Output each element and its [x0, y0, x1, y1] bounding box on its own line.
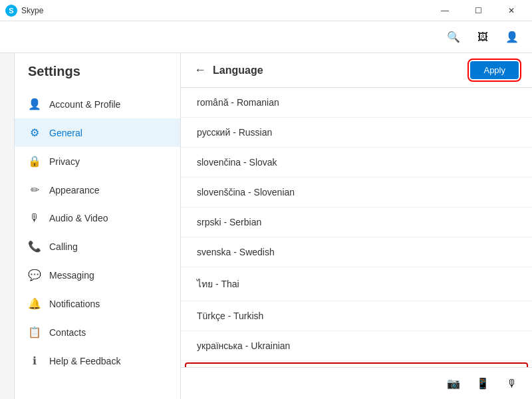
profile-button[interactable]: 👤 [500, 25, 524, 49]
skype-logo: S [5, 5, 17, 17]
sidebar-item-help[interactable]: ℹ Help & Feedback [15, 346, 180, 375]
settings-sidebar: Settings 👤 Account & Profile ⚙ General 🔒… [15, 53, 181, 399]
help-label: Help & Feedback [49, 356, 120, 366]
top-toolbar: 🔍 🖼 👤 [0, 21, 532, 53]
language-name: ไทย - Thai [197, 277, 239, 291]
language-name: română - Romanian [197, 97, 279, 108]
account-icon: 👤 [28, 98, 41, 110]
audio-video-label: Audio & Video [49, 213, 108, 223]
content-header-left: ← Language [194, 63, 263, 77]
general-icon: ⚙ [28, 126, 41, 139]
list-item[interactable]: українська - Ukrainian [181, 331, 532, 361]
help-icon: ℹ [28, 354, 41, 367]
maximize-button[interactable]: ☐ [463, 0, 493, 21]
back-button[interactable]: ← [194, 63, 206, 77]
search-button[interactable]: 🔍 [442, 25, 466, 49]
audio-video-icon: 🎙 [28, 212, 41, 224]
bottom-toolbar: 📷 📱 🎙 [181, 367, 532, 399]
sidebar-item-account[interactable]: 👤 Account & Profile [15, 90, 180, 118]
language-name: slovenčina - Slovak [197, 157, 277, 168]
notifications-label: Notifications [49, 299, 100, 309]
list-item[interactable]: Türkçe - Turkish [181, 301, 532, 331]
language-name: slovenščina - Slovenian [197, 187, 295, 198]
messaging-icon: 💬 [28, 269, 41, 281]
content-header: ← Language Apply [181, 53, 532, 88]
image-button[interactable]: 🖼 [471, 25, 495, 49]
selected-language-item[interactable]: ✓ Tiếng Việt - Vietnamese [185, 362, 528, 367]
content-area: ← Language Apply română - Romanian русск… [181, 53, 532, 399]
left-panel [0, 53, 15, 399]
sidebar-item-contacts[interactable]: 📋 Contacts [15, 318, 180, 346]
list-item[interactable]: română - Romanian [181, 88, 532, 118]
language-name: українська - Ukrainian [197, 340, 290, 351]
sidebar-item-audio-video[interactable]: 🎙 Audio & Video [15, 204, 180, 232]
calling-icon: 📞 [28, 240, 41, 253]
appearance-label: Appearance [49, 185, 100, 196]
sidebar-item-messaging[interactable]: 💬 Messaging [15, 261, 180, 289]
mic-button[interactable]: 🎙 [500, 372, 524, 396]
messaging-label: Messaging [49, 270, 94, 281]
list-item[interactable]: srpski - Serbian [181, 207, 532, 237]
list-item[interactable]: русский - Russian [181, 118, 532, 148]
apply-button[interactable]: Apply [470, 61, 519, 79]
close-button[interactable]: ✕ [496, 0, 527, 21]
sidebar-item-general[interactable]: ⚙ General [15, 118, 180, 147]
language-name: svenska - Swedish [197, 247, 275, 257]
language-name: русский - Russian [197, 127, 272, 138]
appearance-icon: ✏ [28, 184, 41, 196]
list-item[interactable]: ไทย - Thai [181, 267, 532, 301]
calling-label: Calling [49, 241, 78, 252]
list-item[interactable]: svenska - Swedish [181, 237, 532, 267]
contacts-icon: 📋 [28, 326, 41, 338]
settings-title: Settings [15, 64, 180, 90]
camera-button[interactable]: 📷 [442, 372, 466, 396]
notifications-icon: 🔔 [28, 297, 41, 310]
language-name: Türkçe - Turkish [197, 311, 263, 321]
list-item[interactable]: slovenčina - Slovak [181, 148, 532, 178]
contacts-label: Contacts [49, 327, 86, 338]
phone-button[interactable]: 📱 [471, 372, 495, 396]
title-bar: S Skype — ☐ ✕ [0, 0, 532, 21]
sidebar-item-privacy[interactable]: 🔒 Privacy [15, 147, 180, 176]
window-controls: — ☐ ✕ [430, 0, 527, 21]
privacy-icon: 🔒 [28, 155, 41, 168]
sidebar-item-calling[interactable]: 📞 Calling [15, 232, 180, 261]
app-title: Skype [21, 6, 43, 15]
sidebar-item-appearance[interactable]: ✏ Appearance [15, 176, 180, 204]
account-label: Account & Profile [49, 99, 120, 110]
minimize-button[interactable]: — [430, 0, 460, 21]
list-item[interactable]: slovenščina - Slovenian [181, 178, 532, 207]
main-layout: Settings 👤 Account & Profile ⚙ General 🔒… [0, 53, 532, 399]
content-title: Language [213, 65, 263, 76]
sidebar-item-notifications[interactable]: 🔔 Notifications [15, 289, 180, 318]
privacy-label: Privacy [49, 156, 80, 167]
language-list: română - Romanian русский - Russian slov… [181, 88, 532, 367]
title-bar-left: S Skype [5, 5, 43, 17]
language-name: srpski - Serbian [197, 217, 261, 227]
general-label: General [49, 128, 82, 138]
